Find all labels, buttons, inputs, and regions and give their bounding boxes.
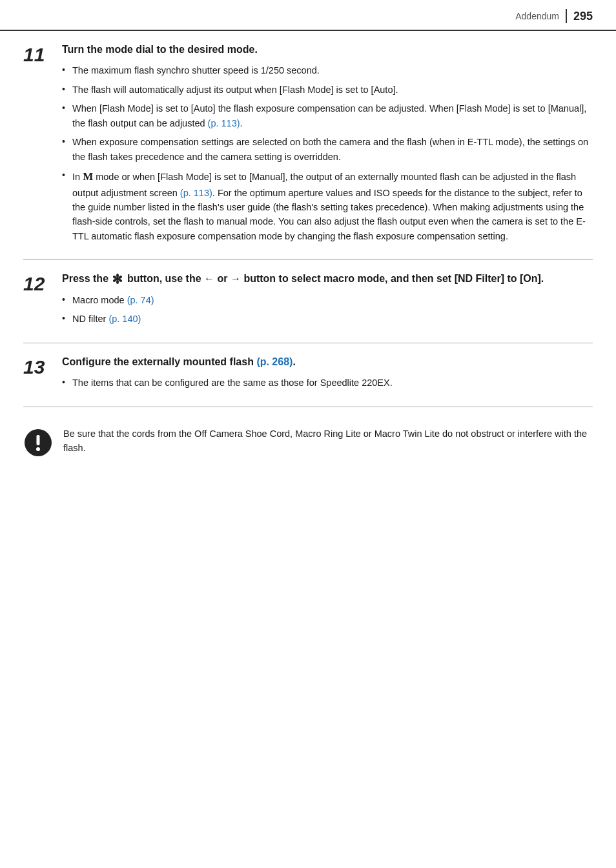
step-13-content: Configure the externally mounted flash (… <box>62 355 593 395</box>
svg-rect-8 <box>37 435 40 445</box>
page: Addendum 295 11 Turn the mode dial to th… <box>0 0 616 868</box>
list-item: When [Flash Mode] is set to [Auto] the f… <box>62 101 593 130</box>
list-item: The items that can be configured are the… <box>62 376 593 390</box>
step-12-bullets: Macro mode (p. 74) ND filter (p. 140) <box>62 293 593 327</box>
svg-point-9 <box>36 447 40 451</box>
step-13: 13 Configure the externally mounted flas… <box>23 343 593 407</box>
header-text: Addendum 295 <box>515 9 593 23</box>
link-p140[interactable]: (p. 140) <box>108 314 141 324</box>
list-item: When exposure compensation settings are … <box>62 135 593 164</box>
link-p113-1[interactable]: (p. 113) <box>208 118 240 128</box>
step-13-bullets: The items that can be configured are the… <box>62 376 593 390</box>
list-item: Macro mode (p. 74) <box>62 293 593 307</box>
or-text: or <box>217 273 227 284</box>
list-item: In M mode or when [Flash Mode] is set to… <box>62 168 593 243</box>
link-p268[interactable]: (p. 268) <box>256 356 293 367</box>
macro-button-icon <box>111 272 124 285</box>
page-number: 295 <box>573 10 593 23</box>
step-12-number: 12 <box>23 272 62 330</box>
page-header: Addendum 295 <box>0 0 616 31</box>
list-item: The maximum flash synchro shutter speed … <box>62 63 593 77</box>
step-11-number: 11 <box>23 43 62 248</box>
step-12-content: Press the button, use the ← or → button … <box>62 272 593 330</box>
svg-point-1 <box>116 274 119 278</box>
step-11-title: Turn the mode dial to the desired mode. <box>62 43 593 57</box>
link-p74[interactable]: (p. 74) <box>127 295 154 305</box>
link-p113-2[interactable]: (p. 113) <box>180 188 212 198</box>
step-12-title: Press the button, use the ← or → button … <box>62 272 593 286</box>
list-item: ND filter (p. 140) <box>62 312 593 326</box>
step-11: 11 Turn the mode dial to the desired mod… <box>23 31 593 260</box>
warning-text: Be sure that the cords from the Off Came… <box>63 427 593 456</box>
step-13-number: 13 <box>23 355 62 395</box>
svg-point-4 <box>116 280 119 284</box>
step-11-bullets: The maximum flash synchro shutter speed … <box>62 63 593 243</box>
header-separator <box>566 9 567 23</box>
list-item: The flash will automatically adjust its … <box>62 83 593 97</box>
warning-icon <box>23 428 53 458</box>
step-12: 12 Press the button, use the ← or → bu <box>23 260 593 343</box>
warning-box: Be sure that the cords from the Off Came… <box>23 420 593 464</box>
step-13-title: Configure the externally mounted flash (… <box>62 355 593 369</box>
main-content: 11 Turn the mode dial to the desired mod… <box>0 31 616 490</box>
step-11-content: Turn the mode dial to the desired mode. … <box>62 43 593 248</box>
header-title: Addendum <box>515 11 559 21</box>
